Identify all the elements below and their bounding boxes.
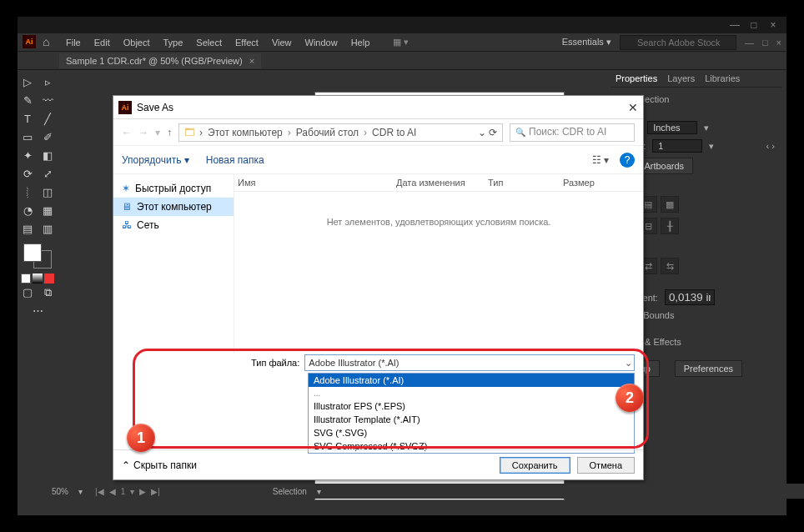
maximize-button[interactable]: □: [746, 19, 762, 31]
width-tool-icon[interactable]: ⦚: [19, 184, 36, 201]
tab-layers[interactable]: Layers: [667, 73, 695, 83]
crumb-desktop[interactable]: Рабочий стол: [296, 127, 359, 138]
menu-view[interactable]: View: [272, 38, 292, 48]
dialog-addressbar: ← → ▾ ↑ 🗔 › Этот компьютер› Рабочий стол…: [113, 119, 643, 146]
hide-folders-toggle[interactable]: ⌃Скрыть папки: [122, 459, 197, 471]
organize-menu[interactable]: Упорядочить ▾: [122, 154, 189, 166]
menu-file[interactable]: File: [66, 38, 81, 48]
snap3-icon[interactable]: ╂: [661, 218, 679, 234]
pc-icon: 🖥: [122, 201, 132, 213]
menu-object[interactable]: Object: [123, 38, 150, 48]
menu-select[interactable]: Select: [196, 38, 222, 48]
gradient-tool-icon[interactable]: ▥: [39, 221, 56, 238]
network-icon: 🖧: [122, 219, 132, 231]
curvature-tool-icon[interactable]: 〰: [39, 93, 56, 109]
guide3-icon[interactable]: ⇆: [661, 258, 679, 274]
shape-builder-tool-icon[interactable]: ◔: [19, 203, 36, 219]
filetype-option-ait[interactable]: Illustrator Template (*.AIT): [309, 413, 634, 426]
new-folder-button[interactable]: Новая папка: [206, 154, 264, 166]
close2-button[interactable]: ×: [776, 38, 781, 48]
zoom-level[interactable]: 50%: [52, 487, 68, 496]
save-as-dialog: Ai Save As ✕ ← → ▾ ↑ 🗔 › Этот компьютер›…: [113, 95, 644, 480]
free-transform-tool-icon[interactable]: ◫: [39, 184, 56, 201]
menu-type[interactable]: Type: [163, 38, 183, 48]
app-titlebar: — □ ×: [18, 17, 786, 33]
edit-toolbar-icon[interactable]: ⋯: [29, 303, 46, 319]
home-icon[interactable]: ⌂: [43, 35, 49, 48]
change-screen-icon[interactable]: ⧉: [39, 284, 56, 301]
page-number[interactable]: 1: [118, 487, 128, 496]
dialog-app-icon: Ai: [118, 101, 132, 114]
dialog-title: Save As: [137, 102, 173, 113]
help-icon[interactable]: ?: [620, 153, 635, 168]
main-menubar: Ai ⌂ File Edit Object Type Select Effect…: [18, 33, 786, 52]
breadcrumb[interactable]: 🗔 › Этот компьютер› Рабочий стол› CDR to…: [178, 123, 503, 142]
refresh-icon[interactable]: ⟳: [489, 127, 497, 138]
nav-dd-icon[interactable]: ▾: [155, 127, 160, 138]
workspace-switcher[interactable]: Essentials ▾: [562, 37, 611, 48]
mesh-tool-icon[interactable]: ▤: [19, 221, 36, 238]
menu-effect[interactable]: Effect: [235, 38, 259, 48]
save-button[interactable]: Сохранить: [500, 457, 570, 474]
filetype-option-svg[interactable]: SVG (*.SVG): [309, 426, 634, 439]
screen-mode-icon[interactable]: ▢: [19, 284, 36, 301]
filetype-option-ai[interactable]: Adobe Illustrator (*.AI): [309, 374, 634, 387]
menu-window[interactable]: Window: [305, 38, 338, 48]
brush-tool-icon[interactable]: ✐: [39, 129, 56, 146]
crumb-folder[interactable]: CDR to AI: [372, 127, 416, 138]
stock-search-input[interactable]: [620, 35, 736, 50]
col-size[interactable]: Размер: [560, 178, 598, 188]
col-date[interactable]: Дата изменения: [393, 178, 485, 188]
filetype-option-eps[interactable]: Illustrator EPS (*.EPS): [309, 399, 634, 413]
tab-close-icon[interactable]: ×: [249, 56, 254, 66]
direct-selection-tool-icon[interactable]: ▹: [39, 74, 56, 91]
folder-search-input[interactable]: Поиск: CDR to AI: [510, 123, 635, 142]
shaper-tool-icon[interactable]: ✦: [19, 148, 36, 164]
minimize-button[interactable]: —: [726, 19, 743, 31]
filetype-combobox[interactable]: Adobe Illustrator (*.AI) ⌄: [304, 354, 635, 371]
document-tab-title: Sample 1 CDR.cdr* @ 50% (RGB/Preview): [66, 56, 243, 66]
tab-libraries[interactable]: Libraries: [705, 73, 740, 83]
dialog-close-icon[interactable]: ✕: [628, 101, 638, 114]
type-tool-icon[interactable]: T: [19, 111, 36, 128]
sidebar-item-quickaccess[interactable]: ✶Быстрый доступ: [113, 179, 234, 198]
grid3-icon[interactable]: ▩: [661, 196, 679, 213]
keyincr-input[interactable]: [665, 289, 715, 305]
document-tab[interactable]: Sample 1 CDR.cdr* @ 50% (RGB/Preview) ×: [59, 53, 261, 68]
rotate-tool-icon[interactable]: ⟳: [19, 166, 36, 183]
annotation-marker-2: 2: [616, 384, 644, 412]
max2-button[interactable]: □: [762, 38, 768, 48]
eraser-tool-icon[interactable]: ◧: [39, 148, 56, 164]
selection-tool-icon[interactable]: ▷: [19, 74, 36, 91]
crumb-dd-icon[interactable]: ⌄: [478, 127, 486, 138]
artboard-select[interactable]: 1: [652, 139, 702, 153]
chevron-up-icon: ⌃: [122, 459, 130, 471]
fill-stroke-swatch[interactable]: [23, 243, 52, 269]
crumb-pc[interactable]: Этот компьютер: [208, 127, 283, 138]
min2-button[interactable]: —: [745, 38, 754, 48]
sidebar-item-thispc[interactable]: 🖥Этот компьютер: [113, 198, 234, 216]
nav-up-icon[interactable]: ↑: [167, 127, 172, 138]
perspective-tool-icon[interactable]: ▦: [39, 203, 56, 219]
pen-tool-icon[interactable]: ✎: [19, 93, 36, 109]
cancel-button[interactable]: Отмена: [577, 457, 635, 474]
rectangle-tool-icon[interactable]: ▭: [19, 129, 36, 146]
scale-tool-icon[interactable]: ⤢: [39, 166, 56, 183]
menu-edit[interactable]: Edit: [94, 38, 110, 48]
nav-back-icon[interactable]: ←: [122, 127, 132, 138]
sidebar-item-network[interactable]: 🖧Сеть: [113, 216, 234, 234]
menu-help[interactable]: Help: [351, 38, 370, 48]
view-mode-icon[interactable]: ☷ ▾: [590, 152, 611, 168]
app-logo-icon: Ai: [23, 35, 36, 48]
col-name[interactable]: Имя: [234, 178, 393, 188]
units-select[interactable]: Inches: [647, 121, 697, 134]
close-button[interactable]: ×: [765, 19, 781, 31]
col-type[interactable]: Тип: [485, 178, 560, 188]
nav-fwd-icon[interactable]: →: [138, 127, 148, 138]
dialog-sidebar: ✶Быстрый доступ 🖥Этот компьютер 🖧Сеть: [113, 174, 234, 353]
tab-properties[interactable]: Properties: [616, 73, 657, 83]
preferences-button[interactable]: Preferences: [675, 360, 742, 377]
status-bar: 50%▾ |◀◀1▾▶▶| Selection▾: [35, 484, 804, 499]
line-tool-icon[interactable]: ╱: [39, 111, 56, 128]
chevron-down-icon[interactable]: ⌄: [625, 358, 632, 369]
